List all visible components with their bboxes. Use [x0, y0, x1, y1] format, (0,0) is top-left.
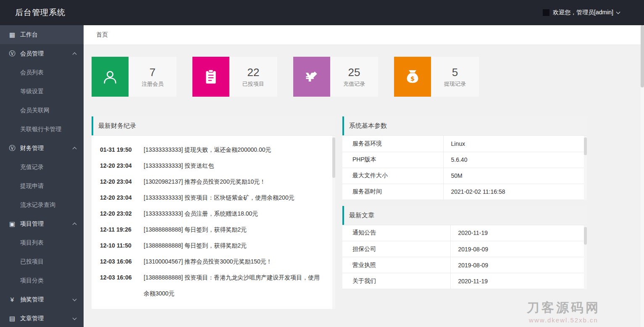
record-time: 12-03 16:06 [100, 253, 135, 269]
user-menu[interactable]: 欢迎您，管理员[admin] [543, 9, 620, 16]
chevron-up-icon [73, 223, 77, 227]
accent-bar [342, 206, 344, 225]
record-time: 12-11 19:26 [100, 222, 135, 237]
sidebar-subitem-transaction-query[interactable]: 流水记录查询 [0, 195, 84, 214]
accent-bar [92, 116, 93, 135]
row-key: 服务器时间 [342, 184, 443, 200]
table-row: 服务器环境 Linux [342, 136, 587, 152]
row-value: 5.6.40 [443, 152, 587, 168]
chevron-down-icon [73, 316, 77, 320]
row-value: 50M [443, 168, 587, 184]
sidebar-item-label: 会员管理 [20, 50, 73, 58]
app-title: 后台管理系统 [15, 7, 66, 18]
sidebar-item-label: 财务管理 [20, 145, 73, 152]
breadcrumb: 首页 [84, 25, 644, 45]
article-date: 2019-08-09 [450, 241, 587, 257]
sidebar-item-label: 工作台 [20, 31, 76, 39]
article-title[interactable]: 担保公司 [342, 241, 450, 257]
stat-value: 7 [150, 66, 155, 79]
panel-title: 系统基本参数 [349, 122, 387, 130]
stat-label: 注册会员 [142, 80, 163, 88]
project-icon: ▣ [8, 220, 17, 228]
record-time: 01-31 19:50 [100, 142, 135, 158]
record-text: [13888888888] 每日签到，获得奖励2元 [144, 222, 327, 237]
grid-icon: ▦ [8, 31, 17, 39]
sidebar-group-member[interactable]: Ⓥ 会员管理 [0, 44, 84, 63]
breadcrumb-home[interactable]: 首页 [96, 31, 108, 39]
sidebar-group-finance[interactable]: Ⓥ 财务管理 [0, 139, 84, 158]
stat-label: 已投项目 [242, 80, 264, 88]
sidebar-item-label: 文章管理 [20, 315, 73, 322]
record-text: [13333333333] 投资项目：区块链紫金矿，使用余额200元 [144, 190, 327, 206]
chevron-up-icon [73, 53, 77, 57]
sidebar-subitem-member-network[interactable]: 会员关联网 [0, 101, 84, 120]
sidebar-subitem-recharge-records[interactable]: 充值记录 [0, 158, 84, 177]
person-icon [102, 69, 118, 85]
finance-record: 12-20 23:04 [13020982137] 推荐会员投资200元奖励10… [100, 174, 327, 190]
sidebar-subitem-level-settings[interactable]: 等级设置 [0, 82, 84, 101]
sidebar-subitem-invested-projects[interactable]: 已投项目 [0, 252, 84, 271]
finance-record: 12-20 23:04 [13333333333] 投资项目：区块链紫金矿，使用… [100, 190, 327, 206]
record-text: [13333333333] 提现失败，返还金额200000.00元 [144, 142, 327, 158]
page-scrollbar[interactable] [641, 25, 644, 327]
article-title[interactable]: 关于我们 [342, 273, 450, 289]
finance-record: 12-10 11:50 [13888888888] 每日签到，获得奖励2元 [100, 237, 327, 253]
stat-card-withdraw-records[interactable]: $ 5 提现记录 [394, 57, 479, 97]
welcome-text: 欢迎您，管理员[admin] [553, 9, 613, 16]
article-title[interactable]: 营业执照 [342, 257, 450, 273]
sidebar-item-workbench[interactable]: ▦ 工作台 [0, 25, 84, 44]
member-icon: Ⓥ [8, 50, 17, 58]
panel-header: 系统基本参数 [342, 116, 587, 136]
record-time: 12-20 23:02 [100, 206, 135, 222]
record-text: [13020982137] 推荐会员投资200元奖励10元！ [144, 174, 327, 190]
sidebar-subitem-withdraw-requests[interactable]: 提现申请 [0, 177, 84, 195]
chevron-down-icon [73, 297, 77, 301]
chevron-up-icon [73, 147, 77, 151]
finance-icon: Ⓥ [8, 144, 17, 152]
record-time: 12-10 11:50 [100, 237, 135, 253]
dashboard: 7 注册会员 22 [84, 45, 644, 309]
finance-records-list: 01-31 19:50 [13333333333] 提现失败，返还金额20000… [92, 136, 335, 309]
scrollbar-thumb[interactable] [584, 227, 587, 245]
yen-edit-icon: ¥ [303, 69, 320, 85]
sidebar-group-lottery[interactable]: ¥ 抽奖管理 [0, 290, 84, 309]
stat-cards: 7 注册会员 22 [92, 57, 644, 97]
panel-scrollbar[interactable] [584, 136, 587, 200]
article-date: 2020-11-19 [450, 273, 587, 289]
finance-record: 12-03 16:06 [13100004567] 推荐会员投资3000元奖励1… [100, 253, 327, 269]
sidebar-subitem-project-list[interactable]: 项目列表 [0, 233, 84, 252]
panel-title: 最新文章 [349, 211, 374, 219]
scrollbar-thumb[interactable] [584, 137, 587, 155]
stat-card-recharge-records[interactable]: ¥ 25 充值记录 [293, 57, 378, 97]
accent-bar [342, 116, 344, 135]
stat-card-invested-projects[interactable]: 22 已投项目 [192, 57, 277, 97]
stat-value: 5 [452, 66, 458, 79]
panel-scrollbar[interactable] [332, 136, 335, 309]
table-row: 营业执照 2019-08-09 [342, 257, 587, 273]
sidebar-group-project[interactable]: ▣ 项目管理 [0, 214, 84, 233]
record-time: 12-20 23:04 [100, 190, 135, 206]
row-value: 2021-02-02 11:16:58 [443, 184, 587, 200]
row-value: Linux [443, 136, 587, 152]
avatar [543, 9, 549, 16]
stat-value: 22 [247, 66, 260, 79]
record-time: 12-03 16:06 [100, 269, 135, 301]
sidebar-group-article[interactable]: ▤ 文章管理 [0, 309, 84, 327]
sidebar-subitem-member-list[interactable]: 会员列表 [0, 63, 84, 82]
sidebar-subitem-bank-card-mgmt[interactable]: 关联银行卡管理 [0, 120, 84, 139]
stat-card-registered-members[interactable]: 7 注册会员 [92, 57, 176, 97]
scrollbar-thumb[interactable] [641, 25, 644, 87]
record-text: [13100004567] 推荐会员投资3000元奖励150元！ [144, 253, 327, 269]
table-row: 通知公告 2020-11-19 [342, 225, 587, 241]
sidebar: ▦ 工作台 Ⓥ 会员管理 会员列表 等级设置 会员关联网 关联银行卡管理 Ⓥ 财… [0, 25, 84, 327]
record-text: [13888888888] 每日签到，获得奖励2元 [144, 237, 327, 253]
panel-title: 最新财务纪录 [98, 122, 136, 130]
sidebar-subitem-project-categories[interactable]: 项目分类 [0, 271, 84, 290]
article-title[interactable]: 通知公告 [342, 225, 450, 241]
panel-scrollbar[interactable] [584, 225, 587, 290]
table-row: 最大文件大小 50M [342, 168, 587, 184]
record-text: [13888888888] 投资项目：香港九龙尖沙咀房产建设开发项目，使用余额3… [144, 269, 327, 301]
scrollbar-thumb[interactable] [332, 137, 335, 178]
main-content: 首页 7 注册会员 [84, 25, 644, 327]
table-row: 关于我们 2020-11-19 [342, 273, 587, 289]
